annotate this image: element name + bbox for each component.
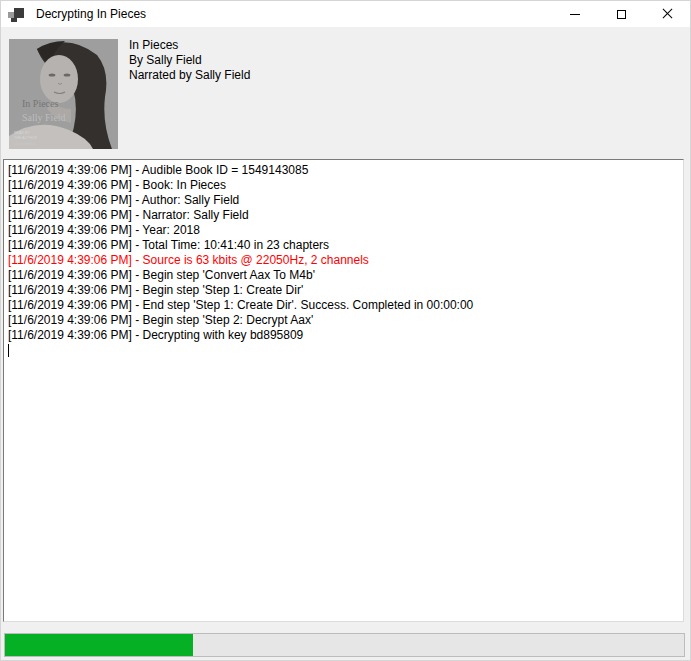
log-line: [11/6/2019 4:39:06 PM] - Total Time: 10:…	[8, 238, 679, 253]
log-line: [11/6/2019 4:39:06 PM] - Source is 63 kb…	[8, 253, 679, 268]
cover-edition-text: Unabridged	[14, 141, 35, 146]
cover-readby-text: READ BY	[14, 131, 30, 135]
text-caret	[8, 344, 9, 357]
progress-fill	[5, 634, 193, 656]
close-icon	[662, 9, 672, 19]
minimize-icon	[570, 14, 580, 15]
log-line: [11/6/2019 4:39:06 PM] - Audible Book ID…	[8, 163, 679, 178]
book-author: By Sally Field	[129, 53, 250, 68]
log-line: [11/6/2019 4:39:06 PM] - Begin step 'Con…	[8, 268, 679, 283]
window-controls	[552, 1, 690, 27]
log-line: [11/6/2019 4:39:06 PM] - End step 'Step …	[8, 298, 679, 313]
log-line: [11/6/2019 4:39:06 PM] - Decrypting with…	[8, 328, 679, 343]
log-line: [11/6/2019 4:39:06 PM] - Year: 2018	[8, 223, 679, 238]
log-line: [11/6/2019 4:39:06 PM] - Book: In Pieces	[8, 178, 679, 193]
book-info: In Pieces By Sally Field Narrated by Sal…	[129, 38, 250, 83]
progress-bar	[4, 633, 685, 657]
app-window: Decrypting In Pieces	[0, 0, 691, 661]
log-textbox[interactable]: [11/6/2019 4:39:06 PM] - Audible Book ID…	[3, 159, 684, 622]
book-title: In Pieces	[129, 38, 250, 53]
book-narrator: Narrated by Sally Field	[129, 68, 250, 83]
minimize-button[interactable]	[552, 1, 598, 27]
app-icon	[8, 6, 24, 22]
log-line: [11/6/2019 4:39:06 PM] - Begin step 'Ste…	[8, 313, 679, 328]
log-line: [11/6/2019 4:39:06 PM] - Author: Sally F…	[8, 193, 679, 208]
svg-text:THE AUTHOR: THE AUTHOR	[14, 136, 38, 140]
log-line: [11/6/2019 4:39:06 PM] - Narrator: Sally…	[8, 208, 679, 223]
window-title: Decrypting In Pieces	[36, 7, 146, 21]
book-cover-image: In Pieces Sally Field READ BY THE AUTHOR…	[9, 39, 118, 149]
cover-title-text: In Pieces	[22, 98, 58, 109]
log-line: [11/6/2019 4:39:06 PM] - Begin step 'Ste…	[8, 283, 679, 298]
title-bar: Decrypting In Pieces	[1, 1, 690, 27]
cover-author-text: Sally Field	[22, 112, 66, 123]
close-button[interactable]	[644, 1, 690, 27]
maximize-icon	[617, 10, 626, 19]
maximize-button[interactable]	[598, 1, 644, 27]
